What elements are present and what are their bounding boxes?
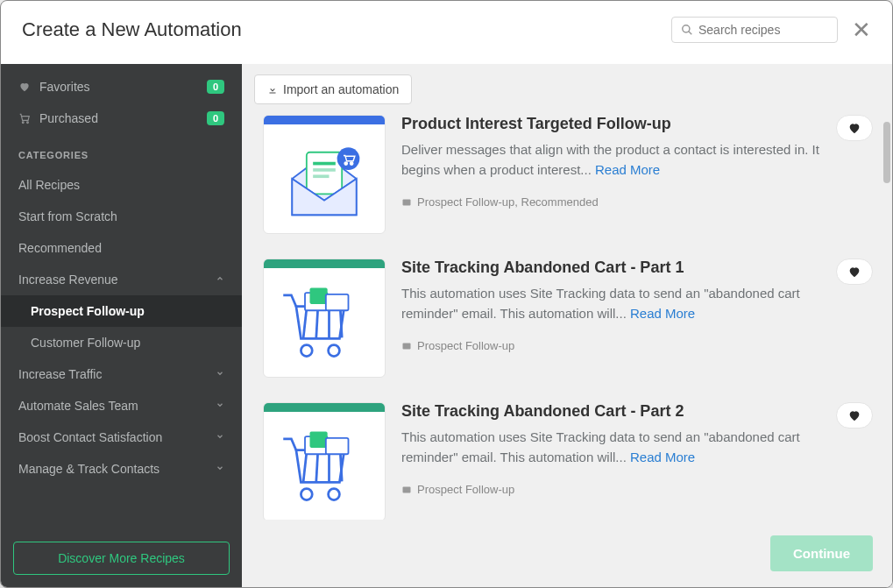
- favorite-button[interactable]: [836, 115, 873, 141]
- read-more-link[interactable]: Read More: [595, 162, 660, 177]
- cat-increase-revenue[interactable]: Increase Revenue: [1, 264, 242, 295]
- recipe-thumb: [263, 259, 386, 378]
- svg-rect-11: [403, 199, 411, 205]
- search-icon: [681, 24, 693, 36]
- sidebar-item-favorites[interactable]: Favorites 0: [1, 71, 242, 103]
- chevron-up-icon: [216, 273, 224, 286]
- recipe-desc: This automation uses Site Tracking data …: [401, 284, 852, 323]
- close-icon[interactable]: ✕: [852, 18, 871, 41]
- svg-point-17: [329, 345, 340, 357]
- recipe-tags: Prospect Follow-up, Recommended: [401, 195, 852, 209]
- toolbar: Import an automation: [242, 64, 892, 115]
- svg-rect-30: [326, 438, 349, 454]
- svg-rect-6: [313, 168, 336, 172]
- modal-root: Create a New Automation ✕ Favorites 0: [0, 0, 893, 588]
- recipe-info: Product Interest Targeted Follow-up Deli…: [401, 115, 852, 234]
- svg-line-13: [316, 308, 318, 337]
- recipe-title: Site Tracking Abandoned Cart - Part 1: [401, 259, 852, 277]
- heart-icon: [18, 81, 31, 93]
- page-title: Create a New Automation: [22, 18, 242, 41]
- badge: 0: [207, 80, 224, 94]
- thumb-accent: [264, 403, 385, 412]
- recipe-thumb: [263, 402, 386, 520]
- tag-icon: [401, 485, 412, 495]
- continue-button[interactable]: Continue: [770, 535, 873, 571]
- cat-sub-customer-followup[interactable]: Customer Follow-up: [1, 327, 242, 358]
- read-more-link[interactable]: Read More: [630, 306, 695, 321]
- cat-sub-prospect-followup[interactable]: Prospect Follow-up: [1, 295, 242, 327]
- svg-line-22: [303, 452, 307, 481]
- search-input[interactable]: [698, 23, 828, 37]
- recipe-list[interactable]: Product Interest Targeted Follow-up Deli…: [242, 115, 892, 520]
- import-label: Import an automation: [283, 82, 399, 96]
- chevron-down-icon: [216, 368, 224, 380]
- svg-point-0: [683, 25, 690, 32]
- recipe-card[interactable]: Product Interest Targeted Follow-up Deli…: [263, 115, 887, 234]
- modal-header: Create a New Automation ✕: [1, 1, 892, 64]
- cat-recommended[interactable]: Recommended: [1, 232, 242, 264]
- cat-start-scratch[interactable]: Start from Scratch: [1, 201, 242, 232]
- badge: 0: [207, 111, 224, 125]
- thumb-body: [264, 268, 385, 377]
- recipe-tags-text: Prospect Follow-up, Recommended: [417, 195, 599, 209]
- categories-label: CATEGORIES: [1, 134, 242, 169]
- tag-icon: [401, 197, 412, 208]
- chevron-down-icon: [216, 463, 224, 475]
- thumb-body: [264, 124, 385, 233]
- sidebar-item-purchased[interactable]: Purchased 0: [1, 103, 242, 134]
- chevron-down-icon: [216, 431, 224, 443]
- recipe-info: Site Tracking Abandoned Cart - Part 2 Th…: [401, 402, 852, 520]
- discover-recipes-button[interactable]: Discover More Recipes: [13, 542, 230, 575]
- svg-line-23: [316, 452, 318, 481]
- svg-rect-31: [403, 486, 411, 492]
- recipe-thumb: [263, 115, 386, 234]
- cart-icon: [18, 112, 31, 124]
- discover-wrap: Discover More Recipes: [1, 529, 242, 587]
- recipe-card[interactable]: Site Tracking Abandoned Cart - Part 1 Th…: [263, 259, 887, 378]
- recipe-tags-text: Prospect Follow-up: [417, 339, 514, 352]
- svg-rect-7: [313, 174, 329, 178]
- main-panel: Import an automation Product Interest Ta…: [242, 64, 892, 587]
- svg-point-10: [351, 162, 353, 165]
- svg-line-12: [303, 308, 307, 337]
- recipe-desc: Deliver messages that align with the pro…: [401, 140, 852, 180]
- recipe-desc: This automation uses Site Tracking data …: [401, 428, 852, 467]
- header-right: ✕: [671, 17, 871, 43]
- svg-point-8: [337, 147, 360, 170]
- import-automation-button[interactable]: Import an automation: [254, 74, 412, 104]
- favorite-button[interactable]: [836, 402, 873, 429]
- svg-line-25: [340, 452, 342, 481]
- recipe-title: Product Interest Targeted Follow-up: [401, 115, 852, 133]
- read-more-link[interactable]: Read More: [630, 450, 695, 464]
- download-icon: [267, 84, 278, 95]
- svg-rect-4: [307, 152, 342, 195]
- thumb-accent: [264, 259, 385, 268]
- sidebar-item-label: Favorites: [39, 80, 90, 94]
- recipe-tags: Prospect Follow-up: [401, 339, 852, 352]
- svg-point-27: [329, 489, 340, 500]
- chevron-down-icon: [216, 400, 224, 412]
- sidebar-item-label: Purchased: [39, 111, 98, 125]
- svg-line-15: [340, 308, 342, 337]
- modal-body: Favorites 0 Purchased 0 CATEGORIES All R…: [1, 64, 892, 587]
- svg-rect-21: [403, 343, 411, 349]
- cat-all-recipes[interactable]: All Recipes: [1, 169, 242, 201]
- cat-automate-sales[interactable]: Automate Sales Team: [1, 390, 242, 422]
- cat-boost-contact[interactable]: Boost Contact Satisfaction: [1, 422, 242, 453]
- svg-rect-5: [313, 162, 336, 166]
- recipe-info: Site Tracking Abandoned Cart - Part 1 Th…: [401, 259, 852, 378]
- svg-point-16: [301, 345, 312, 357]
- thumb-body: [264, 412, 385, 520]
- search-box[interactable]: [671, 17, 838, 43]
- cat-increase-traffic[interactable]: Increase Traffic: [1, 358, 242, 390]
- cat-manage-track[interactable]: Manage & Track Contacts: [1, 453, 242, 485]
- svg-rect-19: [310, 288, 328, 304]
- favorite-button[interactable]: [836, 259, 873, 285]
- svg-rect-20: [326, 294, 349, 310]
- footer: Continue: [242, 520, 892, 587]
- recipe-tags-text: Prospect Follow-up: [417, 483, 514, 496]
- svg-point-2: [22, 122, 24, 124]
- sidebar: Favorites 0 Purchased 0 CATEGORIES All R…: [1, 64, 242, 587]
- svg-point-9: [344, 162, 347, 165]
- recipe-card[interactable]: Site Tracking Abandoned Cart - Part 2 Th…: [263, 402, 887, 520]
